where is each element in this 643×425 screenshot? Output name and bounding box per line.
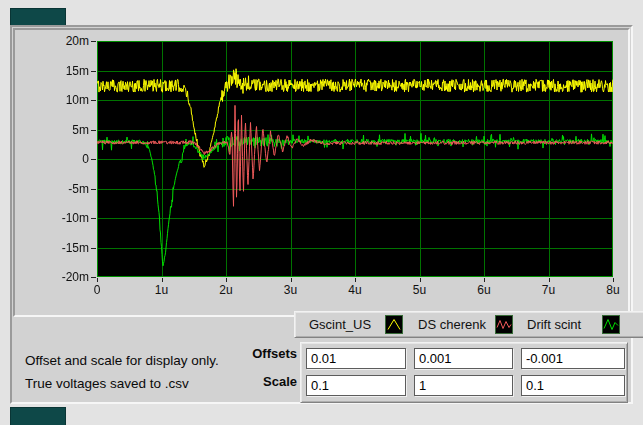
legend-item-drift-scint[interactable]: Drift scint [527,312,602,337]
x-tick-mark [226,278,227,282]
x-tick-label: 0 [75,283,119,297]
display-note-line1: Offset and scale for display only. [25,349,219,372]
x-tick-mark [484,278,485,282]
y-tick-label: 15m [0,64,89,78]
drift-scint-trace-glyph [604,320,618,330]
y-tick-mark [91,189,96,190]
x-tick-mark [291,278,292,282]
display-note: Offset and scale for display only. True … [25,349,219,395]
offset-field-gscint-us[interactable] [306,348,406,369]
y-tick-mark [91,218,96,219]
y-tick-mark [91,41,96,42]
x-tick-mark [97,278,98,282]
ds-cherenk-trace-icon[interactable] [495,315,513,334]
x-tick-mark [549,278,550,282]
scale-field-gscint-us[interactable] [306,375,406,396]
y-tick-mark [91,71,96,72]
display-note-line2: True voltages saved to .csv [25,372,219,395]
y-tick-label: -15m [0,241,89,255]
y-tick-mark [91,130,96,131]
x-tick-mark [613,278,614,282]
gscint-us-trace-icon[interactable] [385,315,403,334]
x-tick-mark [420,278,421,282]
x-tick-label: 8u [591,283,635,297]
x-tick-label: 1u [140,283,184,297]
legend-item-gscint-us[interactable]: Gscint_US [309,312,385,337]
y-tick-label: 0 [0,152,89,166]
gscint-us-trace-glyph [388,320,400,330]
offset-field-drift-scint[interactable] [521,348,625,369]
y-tick-label: 10m [0,93,89,107]
y-tick-mark [91,100,96,101]
scale-field-ds-cherenk[interactable] [414,375,513,396]
plot-canvas[interactable] [97,41,613,277]
plot-legend: Gscint_US DS cherenk Drift scint [294,311,643,338]
x-tick-label: 4u [333,283,377,297]
legend-item-ds-cherenk[interactable]: DS cherenk [418,312,495,337]
y-tick-mark [91,248,96,249]
x-tick-label: 2u [204,283,248,297]
y-tick-mark [91,159,96,160]
offsets-scale-cluster [300,342,628,403]
y-tick-label: -20m [0,270,89,284]
offset-field-ds-cherenk[interactable] [414,348,513,369]
y-tick-label: 20m [0,34,89,48]
x-tick-mark [162,278,163,282]
front-panel: { "window": { "background": "#e3e3e3", "… [0,0,643,425]
ds-cherenk-trace-glyph [497,321,511,329]
x-tick-label: 6u [462,283,506,297]
x-tick-label: 3u [269,283,313,297]
y-tick-label: 5m [0,123,89,137]
tab-decoration-bottom[interactable] [10,407,66,425]
y-tick-label: -10m [0,211,89,225]
x-tick-mark [355,278,356,282]
x-tick-label: 7u [527,283,571,297]
y-tick-label: -5m [0,182,89,196]
scale-field-drift-scint[interactable] [521,375,625,396]
drift-scint-trace-icon[interactable] [602,315,620,334]
x-tick-label: 5u [398,283,442,297]
y-tick-mark [91,277,96,278]
